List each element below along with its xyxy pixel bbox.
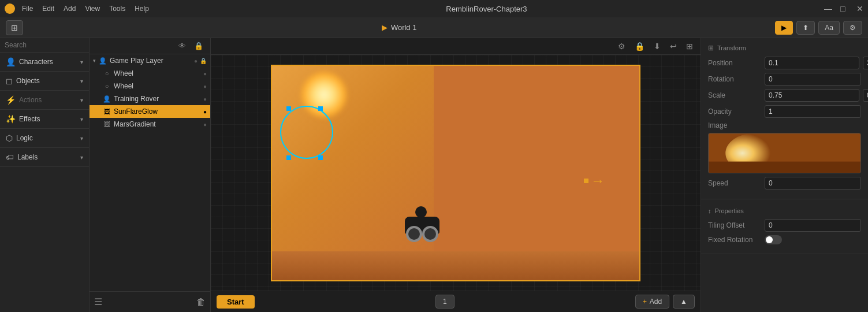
tiling-offset-label: Tiling Offset bbox=[708, 221, 760, 229]
lock-icon[interactable]: 🔒 bbox=[192, 40, 206, 51]
svg-rect-7 bbox=[709, 162, 860, 173]
transform-title: ⊞ Transform bbox=[708, 44, 861, 52]
search-input[interactable] bbox=[5, 41, 91, 49]
tiling-offset-input[interactable] bbox=[765, 219, 861, 232]
effects-chevron-icon: ▾ bbox=[80, 116, 83, 122]
toolbar-right: ▶ ⬆ Aa ⚙ bbox=[775, 21, 862, 35]
sidebar-item-characters[interactable]: 👤 Characters ▾ bbox=[0, 53, 89, 71]
scene-tree: ▾ 👤 Game Play Layer ● 🔒 ○ Wheel ● ○ Whee… bbox=[90, 54, 210, 291]
actions-icon: ⚡ bbox=[6, 95, 16, 105]
logic-label: Logic bbox=[16, 134, 77, 142]
effects-icon: ✨ bbox=[6, 114, 16, 124]
position-x-input[interactable] bbox=[765, 57, 859, 69]
opacity-row: Opacity bbox=[708, 105, 861, 118]
menu-tools[interactable]: Tools bbox=[109, 5, 125, 13]
sidebar-section-effects: ✨ Effects ▾ bbox=[0, 110, 89, 129]
maximize-button[interactable]: □ bbox=[840, 5, 847, 12]
logic-icon: ⬡ bbox=[6, 133, 13, 143]
menu-help[interactable]: Help bbox=[135, 5, 149, 13]
tree-item-wheel-2[interactable]: ○ Wheel ● bbox=[90, 80, 210, 92]
objects-icon: ◻ bbox=[6, 76, 13, 86]
lock-dot: 🔒 bbox=[200, 58, 207, 64]
tree-item-game-play-layer[interactable]: ▾ 👤 Game Play Layer ● 🔒 bbox=[90, 54, 210, 67]
transform-section: ⊞ Transform Position Rotation Scale bbox=[701, 38, 868, 199]
characters-icon: 👤 bbox=[6, 57, 16, 66]
visibility-dot: ● bbox=[203, 83, 207, 90]
labels-label: Labels bbox=[17, 153, 77, 161]
sidebar-item-logic[interactable]: ⬡ Logic ▾ bbox=[0, 129, 89, 147]
scale-row: Scale bbox=[708, 89, 861, 102]
tree-label: Wheel bbox=[114, 82, 201, 90]
objects-chevron-icon: ▾ bbox=[80, 78, 83, 84]
labels-icon: 🏷 bbox=[6, 153, 14, 162]
menu-view[interactable]: View bbox=[85, 5, 100, 13]
rover-container bbox=[405, 217, 439, 234]
svg-rect-1 bbox=[318, 106, 323, 111]
content-area: 🔍 👤 Characters ▾ ◻ Objects ▾ ⚡ Actions ▾ bbox=[0, 38, 868, 312]
canvas-grid-icon[interactable]: ⊞ bbox=[683, 40, 696, 52]
add-button[interactable]: + Add bbox=[635, 295, 669, 309]
menu-file[interactable]: File bbox=[22, 5, 33, 13]
sidebar-section-characters: 👤 Characters ▾ bbox=[0, 53, 89, 72]
tree-item-mars-gradient[interactable]: 🖼 MarsGradient ● bbox=[90, 118, 210, 131]
canvas-anchor-icon[interactable]: ⬇ bbox=[651, 40, 664, 52]
sidebar-item-labels[interactable]: 🏷 Labels ▾ bbox=[0, 148, 89, 166]
position-inputs bbox=[765, 57, 868, 69]
speed-input[interactable] bbox=[765, 177, 861, 190]
canvas-lock-icon[interactable]: 🔒 bbox=[632, 40, 647, 52]
scene-canvas[interactable]: → bbox=[271, 65, 640, 281]
visibility-dot: ● bbox=[203, 70, 207, 77]
svg-rect-2 bbox=[318, 155, 323, 160]
preview-svg bbox=[709, 133, 860, 173]
fixed-rotation-toggle[interactable] bbox=[765, 235, 782, 244]
delete-button[interactable]: 🗑 bbox=[196, 297, 206, 307]
speed-row: Speed bbox=[708, 177, 861, 190]
sidebar-item-objects[interactable]: ◻ Objects ▾ bbox=[0, 72, 89, 90]
image-preview[interactable] bbox=[708, 133, 861, 173]
sidebar-item-actions[interactable]: ⚡ Actions ▾ bbox=[0, 91, 89, 109]
logic-chevron-icon: ▾ bbox=[80, 135, 83, 142]
close-button[interactable]: ✕ bbox=[856, 5, 863, 12]
opacity-input[interactable] bbox=[765, 105, 861, 118]
app-logo bbox=[5, 3, 15, 14]
characters-label: Characters bbox=[19, 58, 77, 66]
canvas-bottom-right: + Add ▲ bbox=[635, 295, 695, 309]
search-bar: 🔍 bbox=[0, 38, 89, 53]
scale-x-input[interactable] bbox=[765, 89, 859, 102]
visibility-dot: ● bbox=[203, 109, 207, 115]
settings-button[interactable]: ⚙ bbox=[843, 21, 862, 35]
start-button[interactable]: Start bbox=[217, 295, 255, 309]
position-y-input[interactable] bbox=[863, 57, 868, 69]
speed-label: Speed bbox=[708, 179, 760, 187]
tree-item-wheel-1[interactable]: ○ Wheel ● bbox=[90, 67, 210, 80]
layer-icon: 👤 bbox=[98, 57, 107, 65]
svg-point-0 bbox=[281, 106, 333, 158]
characters-chevron-icon: ▾ bbox=[80, 59, 83, 65]
minimize-button[interactable]: — bbox=[824, 5, 831, 12]
group-button[interactable]: ⊞ bbox=[6, 20, 23, 35]
scale-y-input[interactable] bbox=[863, 89, 868, 102]
tree-item-training-rover[interactable]: 👤 Training Rover ● bbox=[90, 92, 210, 105]
expand-icon: ▾ bbox=[93, 58, 96, 64]
export-button[interactable]: ⬆ bbox=[796, 21, 815, 35]
properties-section: ↕ Properties Tiling Offset Fixed Rotatio… bbox=[701, 199, 868, 254]
rotation-input[interactable] bbox=[765, 73, 861, 86]
rover-wheel-right bbox=[422, 226, 438, 242]
tree-label: MarsGradient bbox=[114, 120, 201, 128]
transform-label: Transform bbox=[717, 44, 746, 51]
canvas-rotate-icon[interactable]: ↩ bbox=[667, 40, 680, 52]
visibility-icon[interactable]: 👁 bbox=[176, 40, 188, 51]
scene-sky bbox=[272, 66, 434, 280]
left-panel: 🔍 👤 Characters ▾ ◻ Objects ▾ ⚡ Actions ▾ bbox=[0, 38, 90, 312]
scale-label: Scale bbox=[708, 91, 760, 99]
canvas-settings-icon[interactable]: ⚙ bbox=[615, 40, 628, 52]
collapse-button[interactable]: ▲ bbox=[673, 295, 695, 309]
layers-button[interactable]: ☰ bbox=[94, 296, 102, 307]
font-button[interactable]: Aa bbox=[818, 21, 840, 35]
play-button[interactable]: ▶ bbox=[775, 21, 793, 35]
menu-add[interactable]: Add bbox=[64, 5, 76, 13]
menu-edit[interactable]: Edit bbox=[42, 5, 54, 13]
tree-item-sun-flare-glow[interactable]: 🖼 SunFlareGlow ● bbox=[90, 105, 210, 118]
rotation-label: Rotation bbox=[708, 75, 760, 83]
sidebar-item-effects[interactable]: ✨ Effects ▾ bbox=[0, 110, 89, 128]
